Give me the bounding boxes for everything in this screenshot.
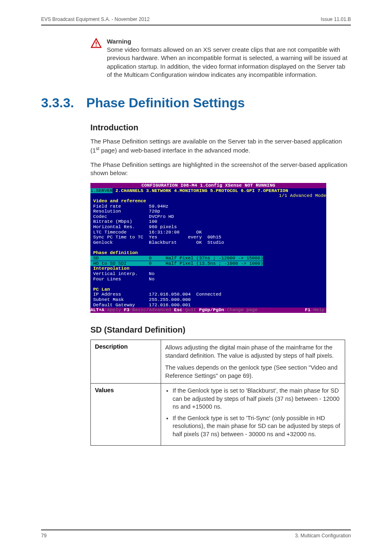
- page-footer: 79 3. Multicam Configuration: [41, 530, 351, 539]
- term-t2: :Basic/Advanced: [129, 308, 174, 312]
- values-cell: If the Genlock type is set to 'Blackburs…: [161, 384, 345, 445]
- section-title: Phase Definition Settings: [86, 95, 245, 111]
- svg-rect-0: [96, 42, 97, 44]
- desc-p2: The values depends on the genlock type (…: [165, 363, 341, 380]
- header-right: Issue 11.01.B: [321, 16, 351, 22]
- term-four-lines: Four Lines No: [90, 277, 326, 282]
- intro-p1-sup: st: [96, 146, 99, 151]
- section-heading: 3.3.3. Phase Definition Settings: [41, 95, 351, 111]
- term-hres: Horizontal Res. 960 pixels: [90, 224, 326, 230]
- intro-p1: The Phase Definition settings are availa…: [90, 137, 351, 155]
- desc-p1: Allows adjusting the digital main phase …: [165, 343, 341, 360]
- footer-page-num: 79: [41, 533, 46, 539]
- term-title: CONFIGURATION I08-M4 1.Config XSense NOT…: [90, 183, 326, 188]
- section-number: 3.3.3.: [41, 95, 74, 111]
- term-t3: :Quit: [182, 308, 199, 312]
- term-tab-server: 1.SERVER: [90, 188, 113, 193]
- term-blank1: [90, 245, 326, 251]
- term-key-pgupdn: PgUp/PgDn: [199, 308, 224, 312]
- desc-cell: Allows adjusting the digital main phase …: [161, 340, 345, 384]
- term-mode: 1/1 Advanced Mode: [90, 193, 326, 199]
- term-phase-hdsd: HD to SD SDI 0 Half Pixel (13.5ns ; -100…: [90, 261, 263, 266]
- warning-text: Some video formats allowed on an XS serv…: [107, 46, 351, 79]
- desc-label: Description: [91, 340, 161, 384]
- page-header: EVS Broadcast Equipment S.A. - November …: [41, 16, 351, 25]
- term-field-rate: Field rate 59.94Hz: [90, 204, 326, 209]
- svg-rect-1: [96, 46, 97, 46]
- sd-heading: SD (Standard Definition): [90, 325, 351, 335]
- term-resolution: Resolution 720p: [90, 209, 326, 214]
- term-t5: :Help: [311, 308, 325, 312]
- term-vert-interp: Vertical interp. No: [90, 271, 326, 277]
- term-key-f3: F3: [124, 308, 129, 312]
- intro-heading: Introduction: [90, 123, 351, 132]
- term-key-alta: ALT+A: [90, 308, 104, 312]
- values-b2: If the Genlock type is set to 'Tri-Sync'…: [173, 414, 341, 439]
- term-tabs: 1.SERVER 2.CHANNELS 3.NETWORK 4.MONITORI…: [90, 188, 326, 194]
- term-gw: Default Gateway 172.016.000.001: [90, 303, 326, 308]
- term-tabs-rest: 2.CHANNELS 3.NETWORK 4.MONITORING 5.PROT…: [113, 188, 288, 193]
- header-left: EVS Broadcast Equipment S.A. - November …: [41, 16, 150, 22]
- warning-icon: [90, 38, 102, 79]
- sd-definition-table: Description Allows adjusting the digital…: [90, 340, 345, 446]
- term-codec: Codec DVCPro HD: [90, 214, 326, 220]
- intro-p2: The Phase Definition settings are highli…: [90, 161, 351, 178]
- term-mask: Subnet Mask 255.255.000.000: [90, 297, 326, 303]
- term-key-f1: F1: [305, 308, 311, 312]
- term-ip: IP Address 172.016.058.004 Connected: [90, 292, 326, 297]
- terminal-screenshot: CONFIGURATION I08-M4 1.Config XSense NOT…: [90, 183, 326, 313]
- term-t4: :Change page: [224, 308, 257, 312]
- term-pclan-header: PC Lan: [90, 287, 326, 292]
- footer-section: 3. Multicam Configuration: [295, 533, 351, 539]
- warning-block: Warning Some video formats allowed on an…: [90, 38, 351, 79]
- term-sync: Sync PC Time to TC Yes every 00h15: [90, 235, 326, 240]
- intro-p1b: page) and web-based interface in the adv…: [99, 147, 250, 154]
- term-bitrate: Bitrate (Mbps) 100: [90, 219, 326, 224]
- term-blank2: [90, 282, 326, 287]
- term-video-ref-header: Video and reference: [90, 199, 326, 204]
- warning-title: Warning: [107, 38, 351, 45]
- term-t1: :Apply: [104, 308, 124, 312]
- term-ltc: LTC Timecode 16:31:28:08 OK: [90, 230, 326, 235]
- term-phase-sd: SD 0 Half Pixel (37ns ; -12000 -> 15000): [90, 256, 263, 261]
- term-footer: ALT+A:Apply F3:Basic/Advanced Esc:Quit P…: [90, 308, 326, 313]
- term-spacer: [258, 308, 305, 312]
- values-b1: If the Genlock type is set to 'Blackburs…: [173, 387, 341, 411]
- values-label: Values: [91, 384, 161, 445]
- term-phase-header: Phase definition: [90, 250, 326, 256]
- term-key-esc: Esc: [174, 308, 182, 312]
- term-genlock: Genlock Blackburst OK Studio: [90, 240, 326, 245]
- term-interp-header: Interpolation: [90, 266, 326, 271]
